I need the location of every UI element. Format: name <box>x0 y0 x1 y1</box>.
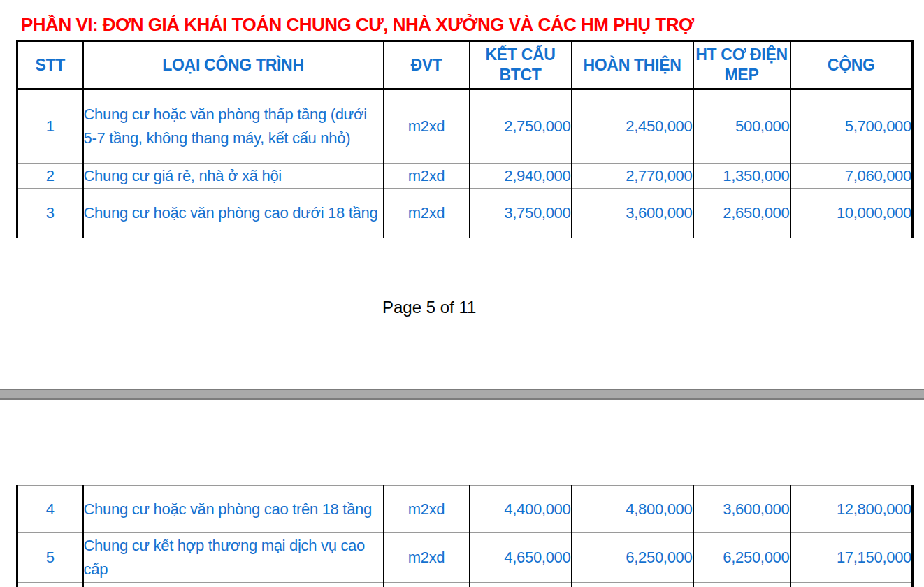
cell-type: Chung cư hoặc văn phòng thấp tầng (dưới … <box>83 89 384 164</box>
cell-stt: 4 <box>17 486 83 533</box>
page-break-divider <box>0 389 924 400</box>
cell-unit: m2xd <box>384 164 470 189</box>
cell-type: Chung cư giá rẻ, nhà ở xã hội <box>83 164 384 189</box>
cell-mep: 6,250,000 <box>693 533 791 583</box>
column-header-loai-cong-trinh: LOẠI CÔNG TRÌNH <box>83 41 384 89</box>
column-header-cong: CỘNG <box>791 41 913 89</box>
cell-stt: 3 <box>17 189 83 238</box>
cell-stt: 5 <box>17 533 83 583</box>
table-row-partial <box>17 583 913 587</box>
document-page: PHẦN VI: ĐƠN GIÁ KHÁI TOÁN CHUNG CƯ, NHÀ… <box>0 0 924 587</box>
cell-structure: 2,750,000 <box>470 89 572 164</box>
column-header-ht-co-dien-mep: HT CƠ ĐIỆN MEP <box>693 41 791 89</box>
column-header-dvt: ĐVT <box>384 41 470 89</box>
cell-type: Chung cư hoặc văn phòng cao dưới 18 tầng <box>83 189 384 238</box>
cell-empty <box>693 583 791 587</box>
table-row: 1 Chung cư hoặc văn phòng thấp tầng (dướ… <box>17 89 913 164</box>
cell-finishing: 4,800,000 <box>572 486 693 533</box>
cell-type: Chung cư kết hợp thương mại dịch vụ cao … <box>83 533 384 583</box>
cell-empty <box>791 583 913 587</box>
cell-empty <box>572 583 693 587</box>
cell-mep: 1,350,000 <box>693 164 791 189</box>
cell-finishing: 3,600,000 <box>572 189 693 238</box>
column-header-stt: STT <box>17 41 83 89</box>
table-row: 3 Chung cư hoặc văn phòng cao dưới 18 tầ… <box>17 189 913 238</box>
cell-unit: m2xd <box>384 533 470 583</box>
column-header-hoan-thien: HOÀN THIỆN <box>572 41 693 89</box>
cell-type: Chung cư hoặc văn phòng cao trên 18 tầng <box>83 486 384 533</box>
cell-total: 7,060,000 <box>791 164 913 189</box>
cell-unit: m2xd <box>384 486 470 533</box>
table-row: 5 Chung cư kết hợp thương mại dịch vụ ca… <box>17 533 913 583</box>
table-row: 4 Chung cư hoặc văn phòng cao trên 18 tầ… <box>17 486 913 533</box>
cell-empty <box>384 583 470 587</box>
cell-total: 17,150,000 <box>791 533 913 583</box>
cell-structure: 2,940,000 <box>470 164 572 189</box>
cell-finishing: 2,450,000 <box>572 89 693 164</box>
unit-price-table-page6-fragment: 4 Chung cư hoặc văn phòng cao trên 18 tầ… <box>16 485 914 587</box>
table-header-row: STT LOẠI CÔNG TRÌNH ĐVT KẾT CẤU BTCT HOÀ… <box>17 41 913 89</box>
cell-mep: 2,650,000 <box>693 189 791 238</box>
unit-price-table-page5: STT LOẠI CÔNG TRÌNH ĐVT KẾT CẤU BTCT HOÀ… <box>16 40 914 238</box>
cell-empty <box>470 583 572 587</box>
cell-total: 5,700,000 <box>791 89 913 164</box>
cell-structure: 4,650,000 <box>470 533 572 583</box>
cell-unit: m2xd <box>384 189 470 238</box>
table-row: 2 Chung cư giá rẻ, nhà ở xã hội m2xd 2,9… <box>17 164 913 189</box>
cell-finishing: 6,250,000 <box>572 533 693 583</box>
cell-finishing: 2,770,000 <box>572 164 693 189</box>
column-header-ket-cau-btct: KẾT CẤU BTCT <box>470 41 572 89</box>
cell-structure: 4,400,000 <box>470 486 572 533</box>
cell-empty <box>83 583 384 587</box>
cell-total: 12,800,000 <box>791 486 913 533</box>
cell-stt: 2 <box>17 164 83 189</box>
cell-stt: 1 <box>17 89 83 164</box>
document-title: PHẦN VI: ĐƠN GIÁ KHÁI TOÁN CHUNG CƯ, NHÀ… <box>21 14 694 36</box>
cell-structure: 3,750,000 <box>470 189 572 238</box>
cell-total: 10,000,000 <box>791 189 913 238</box>
cell-mep: 500,000 <box>693 89 791 164</box>
cell-empty <box>17 583 83 587</box>
cell-unit: m2xd <box>384 89 470 164</box>
page-number-text: Page 5 of 11 <box>382 298 476 317</box>
cell-mep: 3,600,000 <box>693 486 791 533</box>
